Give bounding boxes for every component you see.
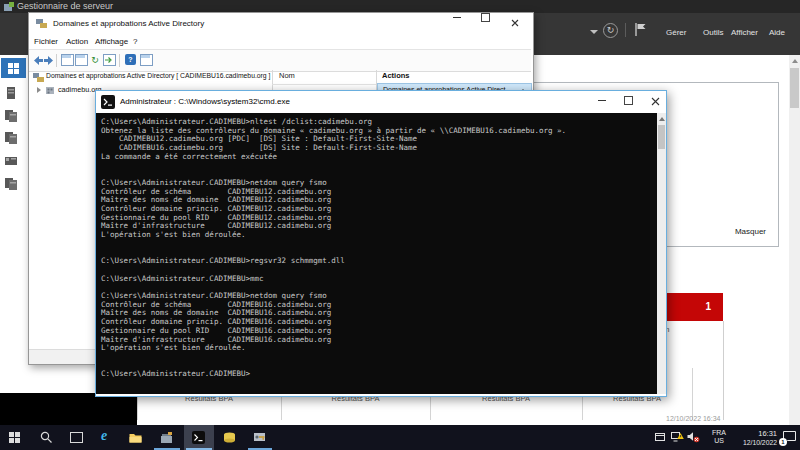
cmd-titlebar[interactable]: Administrateur : C:\Windows\system32\cmd… — [96, 91, 664, 113]
task-view-button[interactable] — [62, 425, 90, 450]
menu-action[interactable]: Action — [66, 34, 88, 49]
minimize-button[interactable] — [590, 91, 614, 112]
ad-domains-icon — [35, 17, 48, 30]
tree-expander-icon[interactable] — [37, 87, 41, 93]
vertical-scrollbar[interactable] — [789, 55, 800, 425]
maximize-icon — [481, 13, 490, 22]
cmd-icon — [192, 431, 205, 444]
actions-header: Actions — [382, 71, 410, 80]
sidebar-item-all-servers[interactable] — [4, 108, 18, 122]
divider — [56, 54, 57, 67]
scroll-thumb[interactable] — [790, 68, 799, 108]
cmd-window: Administrateur : C:\Windows\system32\cmd… — [95, 90, 667, 397]
domain-icon — [45, 85, 55, 95]
tile-separator — [692, 368, 693, 420]
ie-icon: e — [101, 428, 107, 444]
database-tool-button[interactable] — [216, 425, 244, 450]
search-button[interactable] — [32, 425, 60, 450]
server-manager-taskbar-icon — [160, 431, 173, 444]
refresh-icon[interactable]: ↻ — [603, 23, 618, 38]
bpa-timestamp: 12/10/2022 16:34 — [666, 415, 721, 422]
ad-tool-icon — [253, 431, 266, 443]
minimize-icon — [453, 17, 461, 18]
windows-logo-icon — [9, 432, 21, 444]
desktop: Gestionnaire de serveur ↻ Gérer Outils A… — [0, 0, 800, 450]
start-button[interactable] — [0, 425, 30, 450]
divider — [625, 23, 626, 37]
refresh-icon[interactable]: ↻ — [89, 54, 101, 66]
sidebar-item-ad-ds[interactable] — [4, 153, 18, 167]
maximize-icon — [624, 96, 633, 105]
internet-explorer-button[interactable]: e — [92, 425, 120, 450]
scroll-up-icon[interactable] — [659, 117, 665, 121]
menu-outils[interactable]: Outils — [703, 25, 723, 41]
tray-window-icon[interactable] — [655, 432, 666, 442]
alert-count-badge: 1 — [705, 293, 711, 321]
sidebar-item-dashboard[interactable] — [1, 58, 26, 78]
scroll-thumb[interactable] — [658, 125, 665, 149]
console-output[interactable]: C:\Users\Administrateur.CADIMEBU>nltest … — [96, 113, 664, 394]
menu-fichier[interactable]: Fichier — [34, 34, 58, 49]
file-explorer-button[interactable] — [122, 425, 150, 450]
close-icon — [651, 97, 660, 106]
explorer-folder-icon — [129, 432, 142, 444]
notification-center-button[interactable]: 1 — [782, 430, 797, 445]
menu-aide[interactable]: Aide — [769, 25, 785, 41]
language-indicator[interactable]: FRA US — [708, 429, 730, 445]
menu-gerer[interactable]: Gérer — [666, 25, 686, 41]
close-button[interactable] — [500, 13, 530, 34]
header-divider — [272, 84, 376, 85]
clock[interactable]: 16:31 12/10/2022 — [733, 429, 777, 447]
date: 12/10/2022 — [733, 438, 777, 447]
tree-root-item[interactable]: Domaines et approbations Active Director… — [46, 72, 270, 79]
server-manager-icon — [4, 2, 14, 12]
ad-window-titlebar[interactable]: Domaines et approbations Active Director… — [29, 13, 531, 34]
menu-help[interactable]: ? — [133, 34, 137, 49]
back-icon[interactable] — [34, 56, 43, 65]
notification-badge: 1 — [779, 438, 787, 446]
cmd-window-title: Administrateur : C:\Windows\system32\cmd… — [120, 91, 290, 113]
speaker-muted-icon[interactable] — [687, 431, 700, 444]
minimize-icon — [598, 100, 606, 101]
menu-afficher[interactable]: Afficher — [731, 25, 758, 41]
ad-window-title: Domaines et approbations Active Director… — [53, 13, 204, 34]
chevron-down-icon[interactable] — [590, 30, 598, 34]
sidebar-item-local-server[interactable] — [4, 86, 18, 100]
server-manager-button[interactable] — [152, 425, 182, 450]
hide-button[interactable]: Masquer — [735, 227, 766, 236]
ad-tool-button[interactable] — [246, 425, 274, 450]
search-icon — [40, 431, 53, 444]
list-column-header-name[interactable]: Nom — [279, 71, 295, 80]
time: 16:31 — [733, 429, 777, 438]
divider — [119, 54, 120, 67]
export-list-icon[interactable] — [103, 54, 115, 65]
desktop-background — [0, 393, 137, 425]
console-text: C:\Users\Administrateur.CADIMEBU>nltest … — [96, 113, 664, 379]
database-icon — [223, 432, 236, 443]
scroll-up-icon[interactable] — [792, 59, 798, 63]
network-warning-icon[interactable] — [671, 431, 684, 444]
flag-icon[interactable] — [634, 22, 647, 37]
help-icon[interactable]: ? — [125, 54, 136, 65]
cmd-icon — [101, 95, 115, 109]
dashboard-icon — [8, 63, 19, 74]
show-console-tree-icon[interactable] — [61, 54, 73, 65]
task-view-icon — [70, 432, 83, 443]
maximize-button[interactable] — [471, 13, 499, 34]
close-icon — [511, 19, 519, 27]
view-pane-icon[interactable] — [140, 54, 152, 65]
console-root-icon — [33, 72, 45, 83]
sidebar-item-dns[interactable] — [4, 176, 18, 190]
properties-icon[interactable] — [75, 54, 87, 65]
cmd-taskbar-button[interactable] — [184, 425, 214, 450]
taskbar: e — [0, 425, 800, 450]
sidebar-item-file-storage[interactable] — [4, 130, 18, 144]
forward-icon[interactable] — [44, 56, 53, 65]
ad-toolbar: ↻ ? — [29, 49, 531, 72]
close-button[interactable] — [642, 91, 668, 112]
maximize-button[interactable] — [616, 91, 640, 112]
minimize-button[interactable] — [443, 13, 471, 34]
menu-affichage[interactable]: Affichage — [95, 34, 128, 49]
console-scrollbar[interactable] — [657, 113, 666, 394]
